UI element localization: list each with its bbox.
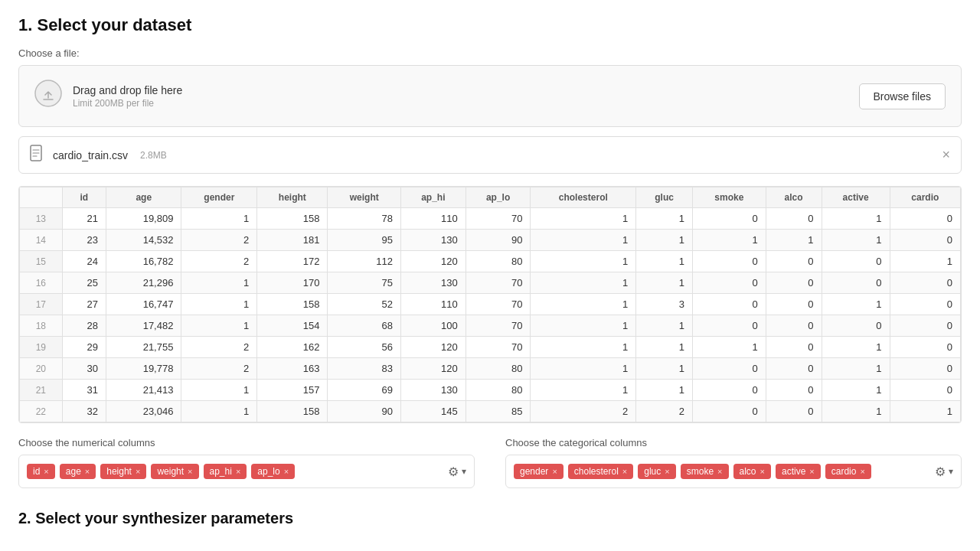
table-cell-gluc: 1	[636, 358, 693, 380]
tag-remove-icon[interactable]: ×	[717, 467, 722, 476]
table-row: 223223,04611589014585220011	[20, 401, 961, 422]
table-cell-weight: 68	[328, 315, 401, 337]
file-choose-label: Choose a file:	[18, 47, 962, 59]
tag-remove-icon[interactable]: ×	[552, 467, 557, 476]
table-cell-weight: 69	[328, 380, 401, 401]
table-cell-age: 23,046	[106, 401, 181, 422]
numerical-label: Choose the numerical columns	[18, 437, 475, 448]
table-col-weight: weight	[328, 187, 401, 208]
table-cell-weight: 75	[328, 272, 401, 294]
remove-file-button[interactable]: ×	[942, 147, 950, 163]
categorical-tag-cholesterol[interactable]: cholesterol×	[568, 464, 633, 479]
tag-remove-icon[interactable]: ×	[44, 467, 48, 476]
table-cell-alco: 0	[766, 315, 822, 337]
numerical-tags-container: id×age×height×weight×ap_hi×ap_lo×	[27, 464, 443, 479]
table-cell-ap_lo: 90	[466, 230, 531, 251]
categorical-tag-smoke[interactable]: smoke×	[681, 464, 729, 479]
table-cell-id: 25	[62, 272, 106, 294]
numerical-tag-ap_lo[interactable]: ap_lo×	[251, 464, 295, 479]
tag-label: ap_hi	[210, 466, 232, 477]
table-cell-active: 0	[822, 251, 890, 272]
dropzone-text: Drag and drop file here Limit 200MB per …	[73, 84, 182, 109]
table-cell-cholesterol: 1	[531, 294, 636, 315]
table-cell-active: 0	[822, 272, 890, 294]
table-cell-cholesterol: 1	[531, 272, 636, 294]
tag-remove-icon[interactable]: ×	[665, 467, 669, 476]
table-row-index: 18	[20, 315, 63, 337]
table-cell-gender: 2	[181, 251, 257, 272]
numerical-tag-ap_hi[interactable]: ap_hi×	[204, 464, 247, 479]
tag-remove-icon[interactable]: ×	[85, 467, 90, 476]
table-cell-ap_lo: 70	[466, 315, 531, 337]
table-cell-height: 158	[257, 294, 328, 315]
table-cell-id: 23	[62, 230, 106, 251]
table-cell-height: 181	[257, 230, 328, 251]
numerical-tag-height[interactable]: height×	[100, 464, 146, 479]
categorical-tag-gluc[interactable]: gluc×	[638, 464, 675, 479]
table-cell-ap_hi: 120	[401, 251, 466, 272]
table-cell-active: 1	[822, 358, 890, 380]
categorical-tags-settings[interactable]: ⚙ ▾	[935, 465, 953, 479]
tag-remove-icon[interactable]: ×	[188, 467, 192, 476]
upload-icon	[34, 80, 62, 112]
table-cell-age: 16,782	[106, 251, 181, 272]
file-doc-icon	[30, 145, 45, 165]
categorical-tag-cardio[interactable]: cardio×	[825, 464, 871, 479]
table-cell-age: 14,532	[106, 230, 181, 251]
tag-remove-icon[interactable]: ×	[622, 467, 627, 476]
table-row: 162521,29611707513070110000	[20, 272, 961, 294]
table-cell-gluc: 1	[636, 380, 693, 401]
table-cell-ap_hi: 130	[401, 272, 466, 294]
table-cell-id: 21	[62, 208, 106, 230]
table-row-index: 20	[20, 358, 63, 380]
table-row-index: 13	[20, 208, 63, 230]
tag-remove-icon[interactable]: ×	[860, 467, 864, 476]
settings-icon: ⚙	[448, 465, 459, 479]
table-col-alco: alco	[766, 187, 822, 208]
tag-remove-icon[interactable]: ×	[809, 467, 814, 476]
table-cell-active: 1	[822, 337, 890, 358]
table-cell-active: 1	[822, 401, 890, 422]
categorical-tag-active[interactable]: active×	[776, 464, 821, 479]
tag-label: cardio	[831, 466, 857, 477]
table-row-index: 15	[20, 251, 63, 272]
table-col-cholesterol: cholesterol	[531, 187, 636, 208]
table-cell-weight: 56	[328, 337, 401, 358]
numerical-tags-settings[interactable]: ⚙ ▾	[448, 465, 466, 479]
numerical-tag-weight[interactable]: weight×	[151, 464, 198, 479]
tag-remove-icon[interactable]: ×	[136, 467, 140, 476]
numerical-tags-row[interactable]: id×age×height×weight×ap_hi×ap_lo× ⚙ ▾	[18, 455, 475, 488]
table-cell-height: 163	[257, 358, 328, 380]
tag-label: gluc	[644, 466, 661, 477]
table-cell-cardio: 0	[890, 358, 960, 380]
numerical-tag-id[interactable]: id×	[27, 464, 55, 479]
table-cell-smoke: 0	[693, 294, 766, 315]
table-body: 132119,80911587811070110010142314,532218…	[20, 208, 961, 422]
table-cell-active: 1	[822, 208, 890, 230]
tag-label: age	[66, 466, 81, 477]
tag-remove-icon[interactable]: ×	[760, 467, 765, 476]
table-cell-height: 157	[257, 380, 328, 401]
table-cell-ap_hi: 110	[401, 294, 466, 315]
table-cell-smoke: 0	[693, 272, 766, 294]
categorical-tags-row[interactable]: gender×cholesterol×gluc×smoke×alco×activ…	[505, 455, 962, 488]
table-cell-gluc: 1	[636, 230, 693, 251]
file-name: cardio_train.csv	[53, 149, 128, 161]
categorical-tag-gender[interactable]: gender×	[514, 464, 564, 479]
table-cell-active: 1	[822, 294, 890, 315]
tag-remove-icon[interactable]: ×	[284, 467, 289, 476]
tag-label: ap_lo	[257, 466, 279, 477]
browse-files-button[interactable]: Browse files	[859, 83, 946, 109]
dropzone[interactable]: Drag and drop file here Limit 200MB per …	[18, 65, 962, 127]
table-cell-ap_hi: 100	[401, 315, 466, 337]
categorical-tag-alco[interactable]: alco×	[733, 464, 771, 479]
table-cell-ap_hi: 120	[401, 358, 466, 380]
table-cell-age: 19,809	[106, 208, 181, 230]
table-cell-id: 32	[62, 401, 106, 422]
table-cell-ap_lo: 70	[466, 337, 531, 358]
table-cell-age: 17,482	[106, 315, 181, 337]
table-cell-smoke: 0	[693, 380, 766, 401]
tag-remove-icon[interactable]: ×	[236, 467, 240, 476]
table-cell-active: 1	[822, 380, 890, 401]
numerical-tag-age[interactable]: age×	[60, 464, 96, 479]
